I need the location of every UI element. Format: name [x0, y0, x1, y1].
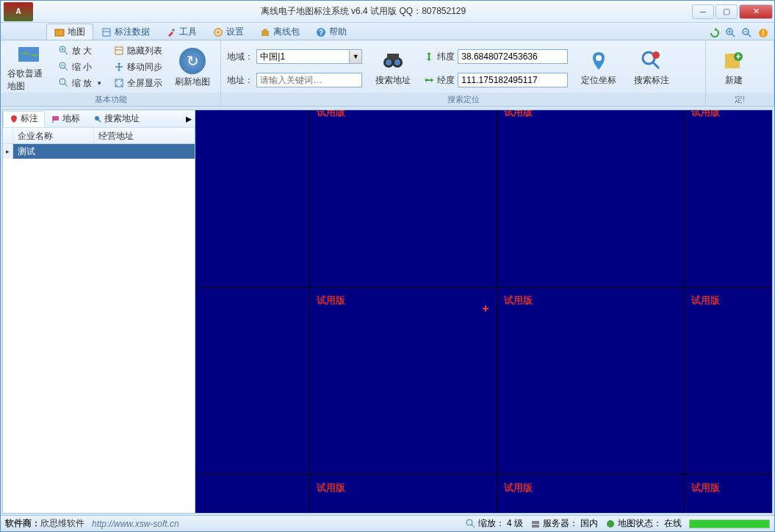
svg-rect-0 [55, 29, 64, 36]
longitude-input[interactable] [458, 73, 568, 87]
zoomout-icon [59, 62, 69, 72]
svg-line-39 [653, 62, 659, 68]
locate-coord-button[interactable]: 定位坐标 [577, 43, 621, 92]
tab-help[interactable]: ? 帮助 [308, 24, 355, 40]
svg-rect-51 [532, 521, 539, 524]
col-company-name[interactable]: 企业名称 [13, 128, 94, 143]
watermark: 试用版 [317, 110, 345, 119]
region-dropdown-button[interactable]: ▼ [349, 49, 362, 64]
qa-warning-icon[interactable]: ! [757, 26, 770, 40]
status-mapstate: 地图状态：在线 [605, 517, 682, 530]
tab-data[interactable]: 标注数据 [93, 24, 158, 40]
close-button[interactable]: ✕ [739, 4, 773, 19]
vendor-url[interactable]: http://www.xsw-soft.cn [92, 519, 179, 529]
qa-refresh-icon[interactable] [708, 26, 721, 40]
refresh-map-button[interactable]: ↻ 刷新地图 [170, 43, 215, 92]
left-panel: 标注 地标 搜索地址 ▸ 企业名称 经营地址 ▸ 测试 [3, 110, 195, 513]
region-input[interactable] [256, 49, 349, 64]
zoomin-icon [59, 46, 69, 56]
tools-icon [166, 27, 176, 37]
fullscreen-button[interactable]: 全屏显示 [110, 76, 166, 90]
tab-offline[interactable]: 离线包 [252, 24, 308, 40]
lng-icon [424, 75, 434, 85]
sync-icon [114, 62, 124, 72]
tab-settings[interactable]: 设置 [205, 24, 252, 40]
minimize-button[interactable]: ─ [692, 4, 714, 19]
new-button[interactable]: + 新建 [712, 43, 756, 92]
lptab-search[interactable]: 搜索地址 [87, 111, 146, 127]
region-select[interactable]: ▼ [256, 49, 362, 64]
group-basic-label: 基本功能 [1, 93, 220, 106]
table-row[interactable]: ▸ 测试 [3, 144, 195, 159]
svg-line-13 [748, 34, 751, 37]
window-title: 离线电子地图标注系统 v6.4 试用版 QQ：807852129 [36, 5, 691, 18]
svg-rect-45 [53, 116, 59, 121]
search-address-button[interactable]: 搜索地址 [371, 43, 415, 92]
partial-button[interactable] [760, 43, 768, 92]
svg-point-53 [607, 520, 614, 528]
new-icon: + [722, 49, 746, 73]
watermark: 试用版 [691, 294, 720, 307]
zoomfit-icon [59, 78, 69, 88]
zoom-in-button[interactable]: 放 大 [55, 43, 106, 58]
qa-zoomout-icon[interactable] [740, 26, 754, 40]
status-server: 服务器：国内 [530, 517, 598, 530]
row-indicator-icon: ▸ [3, 144, 13, 159]
address-input[interactable] [256, 73, 362, 87]
svg-point-5 [217, 31, 220, 34]
search-address-label: 搜索地址 [375, 74, 411, 87]
map-canvas[interactable]: 试用版 试用版 试用版 试用版 试用版 试用版 试用版 试用版 试用版 + [195, 110, 772, 513]
vendor-label: 软件商： [5, 518, 40, 528]
refresh-label: 刷新地图 [175, 76, 210, 88]
data-icon [101, 27, 112, 37]
svg-text:?: ? [319, 29, 323, 37]
main-body: 标注 地标 搜索地址 ▸ 企业名称 经营地址 ▸ 测试 [2, 109, 773, 514]
new-label: 新建 [725, 74, 743, 87]
maximize-button[interactable]: ▢ [715, 4, 738, 19]
svg-text:+: + [735, 51, 740, 62]
tab-help-label: 帮助 [329, 26, 347, 38]
tab-tools[interactable]: 工具 [158, 24, 205, 40]
center-cross-icon: + [482, 302, 489, 315]
svg-point-32 [386, 60, 392, 65]
tab-data-label: 标注数据 [115, 26, 150, 38]
zoom-out-button[interactable]: 缩 小 [55, 60, 106, 74]
svg-rect-52 [532, 525, 539, 528]
svg-point-37 [596, 55, 602, 61]
group-mark-label: 定! [706, 93, 774, 106]
hide-list-button[interactable]: 隐藏列表 [110, 43, 166, 58]
lptab-land[interactable]: 地标 [45, 111, 87, 127]
lptab-mark[interactable]: 标注 [3, 111, 45, 127]
expand-tabs-button[interactable]: ▸ [183, 112, 195, 126]
dropdown-arrow-icon: ▼ [96, 80, 102, 87]
tab-map[interactable]: 地图 [46, 24, 93, 40]
svg-point-33 [394, 60, 400, 65]
svg-line-26 [65, 84, 68, 87]
vendor-name: 欣思维软件 [40, 518, 84, 528]
mapstate-icon [605, 519, 616, 529]
zoom-status-icon [466, 519, 476, 529]
qa-zoomin-icon[interactable] [724, 26, 738, 40]
app-logo: A [4, 2, 33, 21]
grid-header: 企业名称 经营地址 [3, 128, 195, 144]
move-sync-button[interactable]: 移动同步 [110, 60, 166, 74]
watermark: 试用版 [317, 294, 345, 307]
search-mark-button[interactable]: 搜索标注 [630, 43, 674, 92]
watermark: 试用版 [691, 481, 720, 495]
latitude-input[interactable] [458, 49, 568, 64]
google-map-button[interactable]: 谷歌普通地图 [7, 43, 51, 92]
svg-line-50 [472, 525, 475, 528]
zoom-fit-button[interactable]: 缩 放▼ [55, 76, 106, 90]
flag-icon [51, 115, 60, 123]
svg-point-40 [652, 51, 660, 59]
status-zoom: 缩放：4 级 [466, 517, 523, 530]
tab-settings-label: 设置 [226, 26, 244, 38]
search-icon [93, 115, 102, 123]
col-business-address[interactable]: 经营地址 [94, 128, 195, 143]
fullscreen-icon [114, 78, 124, 88]
left-panel-tabs: 标注 地标 搜索地址 ▸ [3, 110, 195, 128]
status-bar: 软件商：欣思维软件 http://www.xsw-soft.cn 缩放：4 级 … [1, 515, 774, 531]
lng-label: 经度 [437, 74, 455, 87]
list-icon [114, 46, 124, 56]
watermark: 试用版 [504, 481, 533, 495]
